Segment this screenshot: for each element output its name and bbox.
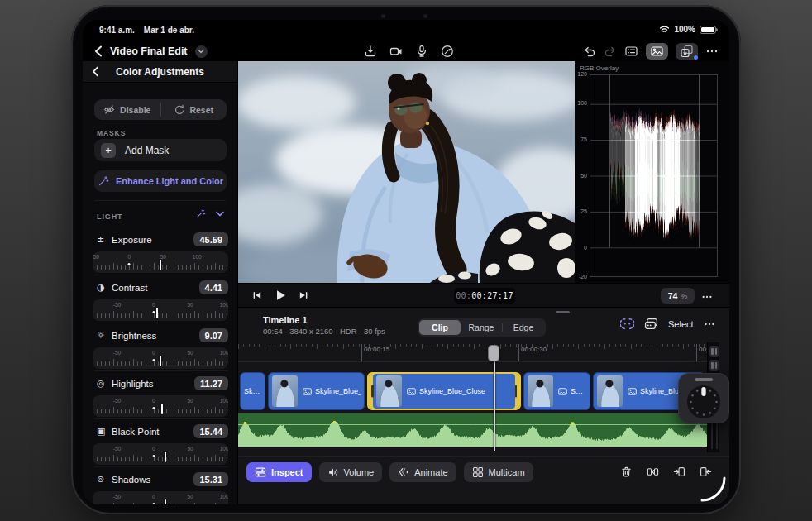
skip-to-start-icon[interactable] xyxy=(251,289,263,301)
battery-percent: 100% xyxy=(674,25,695,34)
slider-handle[interactable] xyxy=(161,404,163,414)
add-mask-button[interactable]: + Add Mask xyxy=(94,139,227,161)
trim-handle-left[interactable] xyxy=(371,385,374,398)
clip-s[interactable]: S… xyxy=(523,372,590,410)
battery-icon xyxy=(700,26,716,34)
back-icon[interactable] xyxy=(94,45,103,57)
slider-value-field[interactable]: 11.27 xyxy=(194,376,228,390)
jog-drag-handle[interactable] xyxy=(695,378,713,381)
tool-animate[interactable]: Animate xyxy=(389,462,456,482)
reset-button[interactable]: Reset xyxy=(161,99,227,120)
add-mask-label: Add Mask xyxy=(125,145,169,156)
slider-ruler[interactable]: -50050100 xyxy=(93,491,228,504)
slider-handle[interactable] xyxy=(156,308,158,318)
collapse-chevron-icon[interactable] xyxy=(216,211,224,217)
undo-icon[interactable] xyxy=(583,45,596,58)
plus-icon: + xyxy=(101,143,116,158)
tick-label: 50 xyxy=(187,302,193,308)
overwrite-mode-icon[interactable] xyxy=(644,318,658,330)
tick-label: 50 xyxy=(160,254,166,260)
shadows-icon: ⊚ xyxy=(97,474,111,485)
slider-value-field[interactable]: 9.07 xyxy=(199,328,228,342)
viewer-more-icon[interactable] xyxy=(701,291,713,303)
backdrop: 9:41 a.m. Mar 1 de abr. 100% Video Final… xyxy=(0,0,812,521)
disable-button[interactable]: Disable xyxy=(94,99,160,120)
slider-ruler[interactable]: -50050100 xyxy=(93,443,228,465)
panel-title: Color Adjustments xyxy=(83,66,237,78)
tick-label: -50 xyxy=(113,446,121,452)
timeline-more-icon[interactable] xyxy=(704,318,715,330)
select-button[interactable]: Select xyxy=(668,319,694,329)
timeline-ruler[interactable]: 00:00:1500:00:3000:00:45 xyxy=(238,342,707,362)
effects-button[interactable] xyxy=(676,43,698,60)
reset-label: Reset xyxy=(189,105,213,115)
split-icon[interactable] xyxy=(647,466,659,478)
jog-dial[interactable] xyxy=(685,384,722,420)
magnetic-timeline-icon[interactable] xyxy=(620,318,634,330)
tick-label: -50 xyxy=(113,350,121,356)
enhance-light-color-button[interactable]: Enhance Light and Color xyxy=(94,170,227,192)
clip-thumbnail xyxy=(272,375,298,407)
tool-multicam[interactable]: Multicam xyxy=(464,462,533,482)
auto-enhance-icon[interactable] xyxy=(195,208,206,219)
viewer[interactable] xyxy=(238,61,575,283)
slider-shadows: ⊚Shadows15.31-50050100 xyxy=(83,471,238,504)
slider-contrast: ◑Contrast4.41-50050100 xyxy=(83,280,238,324)
record-audio-icon[interactable] xyxy=(415,45,428,58)
clip-sk[interactable]: Sk… xyxy=(240,372,265,410)
track-height-button[interactable] xyxy=(709,360,719,371)
jog-wheel-panel[interactable] xyxy=(678,373,729,423)
skip-to-end-icon[interactable] xyxy=(298,289,309,301)
color-adjustments-panel: Color Adjustments Disable Reset MASKS + … xyxy=(83,61,238,504)
timecode-display[interactable]: 00:00:27:17 xyxy=(454,288,515,304)
viewer-zoom-control[interactable]: 74% xyxy=(661,288,695,304)
slider-handle[interactable] xyxy=(165,452,166,462)
clip-skyline-blue-close[interactable]: Skyline_Blue_Close xyxy=(367,372,521,410)
media-library-button[interactable] xyxy=(646,43,668,60)
mode-range[interactable]: Range xyxy=(461,320,502,335)
slider-value-field[interactable]: 15.44 xyxy=(193,424,228,438)
project-menu-button[interactable] xyxy=(195,45,208,58)
slider-handle[interactable] xyxy=(160,356,161,366)
record-video-icon[interactable] xyxy=(389,45,403,58)
insert-left-icon[interactable] xyxy=(673,466,685,478)
browser-icon[interactable] xyxy=(624,45,638,58)
slider-value-field[interactable]: 4.41 xyxy=(199,280,228,294)
more-icon[interactable] xyxy=(705,45,719,58)
slider-ruler[interactable]: -50050100 xyxy=(93,299,228,321)
trash-icon[interactable] xyxy=(620,466,633,478)
pencil-circle-icon[interactable] xyxy=(441,45,454,58)
tick-label: 50 xyxy=(187,398,193,404)
audio-track[interactable] xyxy=(238,413,707,447)
project-title[interactable]: Video Final Edit xyxy=(110,45,188,57)
slider-ruler[interactable]: -50050100 xyxy=(93,251,228,273)
track-height-button[interactable] xyxy=(709,346,719,357)
redo-icon[interactable] xyxy=(604,45,617,58)
photo-icon xyxy=(303,388,312,395)
slider-handle[interactable] xyxy=(165,499,166,504)
play-icon[interactable] xyxy=(274,289,287,302)
slider-exposure: ±Exposure45.59-50050100 xyxy=(83,232,238,276)
clip-skyline-blue-wide[interactable]: Skyline_Blue_Wide xyxy=(268,372,365,410)
screen: 9:41 a.m. Mar 1 de abr. 100% Video Final… xyxy=(83,20,729,504)
timeline-resize-handle[interactable] xyxy=(556,311,570,313)
import-media-icon[interactable] xyxy=(364,45,377,58)
slider-value-field[interactable]: 45.59 xyxy=(193,232,228,246)
slider-label: Contrast xyxy=(112,283,147,293)
tool-inspect[interactable]: Inspect xyxy=(246,462,312,482)
slider-ruler[interactable]: -50050100 xyxy=(93,347,228,369)
timecode-value: 00:27:17 xyxy=(471,291,513,300)
mode-clip[interactable]: Clip xyxy=(419,320,461,335)
slider-handle[interactable] xyxy=(160,260,161,270)
slider-ruler[interactable]: -50050100 xyxy=(93,395,228,417)
enhance-label: Enhance Light and Color xyxy=(116,176,223,186)
tick-label: 0 xyxy=(152,302,155,308)
video-frame xyxy=(238,61,575,283)
tool-volume[interactable]: Volume xyxy=(319,462,383,482)
playhead-handle[interactable] xyxy=(488,345,499,361)
trim-handle-right[interactable] xyxy=(515,385,518,398)
mode-edge[interactable]: Edge xyxy=(503,320,544,335)
clip-thumbnail xyxy=(597,375,623,407)
app-toolbar: Video Final Edit xyxy=(83,41,729,61)
slider-value-field[interactable]: 15.31 xyxy=(193,472,228,486)
